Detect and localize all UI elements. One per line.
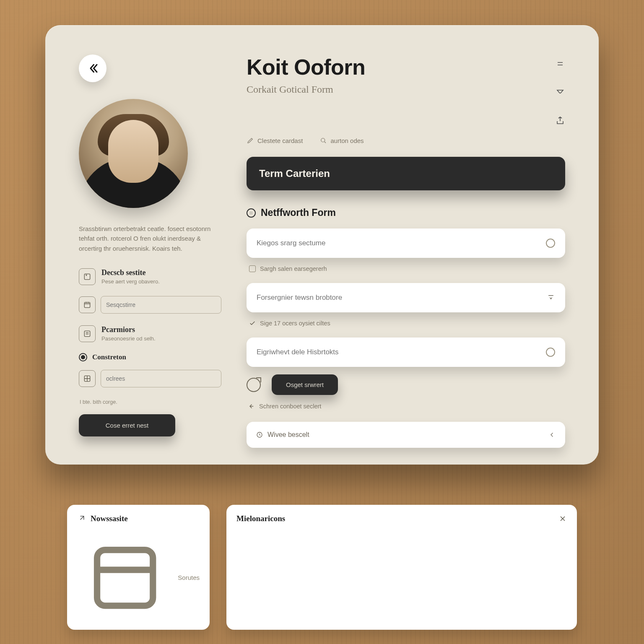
search-icon bbox=[319, 137, 327, 144]
checkbox-icon bbox=[249, 265, 256, 272]
left-column: Srassbtirwn orterbetrakt ceatle. fosect … bbox=[79, 55, 221, 448]
svg-point-4 bbox=[321, 138, 325, 142]
external-icon bbox=[77, 514, 86, 523]
right-column: Koit Ooforn Corkait Gotical Form Clestet… bbox=[247, 55, 565, 448]
menu-icon[interactable] bbox=[555, 59, 565, 69]
back-icon bbox=[86, 62, 99, 75]
edit-icon bbox=[247, 137, 254, 144]
side-field-1[interactable] bbox=[101, 296, 221, 314]
clock-icon bbox=[256, 431, 263, 439]
primary-action-button[interactable]: Osget srwrert bbox=[272, 374, 338, 395]
side-block-sub: Pese aert verg obavero. bbox=[101, 278, 160, 285]
side-field-2[interactable] bbox=[101, 370, 221, 387]
circle-icon bbox=[546, 348, 555, 357]
meta-row: Clestete cardast aurton odes bbox=[247, 137, 565, 144]
arrow-left-icon bbox=[247, 402, 255, 410]
foot-field[interactable]: Wivee bescelt bbox=[247, 422, 565, 448]
calendar-icon bbox=[79, 296, 96, 313]
field-3[interactable] bbox=[247, 338, 565, 367]
close-icon bbox=[558, 514, 567, 523]
side-input-1 bbox=[79, 296, 221, 314]
bottom-cards: Nowssasite Sorutes Mielonaricons bbox=[67, 505, 577, 630]
bottom-card-1-row: Sorutes bbox=[178, 574, 200, 581]
side-block-title: Decscb sestite bbox=[101, 268, 160, 277]
side-block-params: Pcarmiors Paseonoesrie od selh. bbox=[79, 325, 221, 342]
section-title: Netffworth Form bbox=[247, 207, 565, 218]
check-icon bbox=[249, 320, 256, 327]
term-banner[interactable]: Term Carterien bbox=[247, 157, 565, 190]
back-button[interactable] bbox=[79, 55, 106, 82]
radio-label: Constreton bbox=[92, 353, 126, 361]
check-2[interactable]: Sige 17 ocers oysiet ciltes bbox=[249, 320, 565, 327]
svg-rect-6 bbox=[97, 550, 153, 605]
meta-2[interactable]: aurton odes bbox=[319, 137, 364, 144]
svg-rect-2 bbox=[84, 331, 90, 336]
field-2[interactable] bbox=[247, 283, 565, 312]
bio-text: Srassbtirwn orterbetrakt ceatle. fosect … bbox=[79, 224, 221, 253]
page-subtitle: Corkait Gotical Form bbox=[247, 84, 555, 95]
side-block-describe: Decscb sestite Pese aert verg obavero. bbox=[79, 268, 221, 285]
bottom-card-2-title: Mielonaricons bbox=[236, 514, 285, 523]
field-1-input[interactable] bbox=[257, 239, 546, 247]
title-row: Koit Ooforn Corkait Gotical Form bbox=[247, 55, 565, 126]
svg-rect-0 bbox=[84, 274, 90, 279]
side-block2-title: Pcarmiors bbox=[101, 325, 156, 334]
side-hint: I bte. bith corge. bbox=[80, 399, 221, 405]
close-button[interactable] bbox=[558, 514, 567, 523]
avatar bbox=[79, 99, 188, 208]
chevron-left-icon[interactable] bbox=[548, 431, 556, 439]
note-line: Schren conboet seclert bbox=[247, 402, 565, 410]
side-input-2 bbox=[79, 370, 221, 387]
note-icon bbox=[79, 268, 96, 285]
foot-row: Wivee bescelt bbox=[247, 422, 565, 448]
form-card: Srassbtirwn orterbetrakt ceatle. fosect … bbox=[45, 25, 599, 465]
left-action-button[interactable]: Cose erret nest bbox=[79, 414, 175, 436]
refresh-icon[interactable] bbox=[247, 378, 261, 392]
circle-icon bbox=[546, 239, 555, 248]
action-row: Osget srwrert bbox=[247, 374, 565, 395]
section-bullet-icon bbox=[247, 208, 256, 218]
meta-1[interactable]: Clestete cardast bbox=[247, 137, 303, 144]
page-title: Koit Ooforn bbox=[247, 55, 555, 80]
svg-rect-1 bbox=[84, 302, 90, 308]
filter-icon[interactable] bbox=[555, 87, 565, 97]
field-3-input[interactable] bbox=[257, 348, 546, 356]
stack-icon bbox=[77, 530, 173, 626]
grid-icon bbox=[79, 370, 96, 387]
field-1[interactable] bbox=[247, 229, 565, 258]
bottom-card-1[interactable]: Nowssasite Sorutes bbox=[67, 505, 210, 630]
share-icon[interactable] bbox=[555, 116, 565, 126]
radio-constreton[interactable]: Constreton bbox=[79, 353, 221, 361]
check-1[interactable]: Sargh salen earsegererh bbox=[249, 265, 565, 272]
chevron-down-icon bbox=[547, 293, 555, 303]
field-2-input[interactable] bbox=[257, 293, 547, 302]
list-icon bbox=[79, 325, 96, 342]
bottom-card-2[interactable]: Mielonaricons bbox=[226, 505, 577, 630]
bottom-card-1-title: Nowssasite bbox=[91, 514, 128, 523]
side-block2-sub: Paseonoesrie od selh. bbox=[101, 335, 156, 342]
